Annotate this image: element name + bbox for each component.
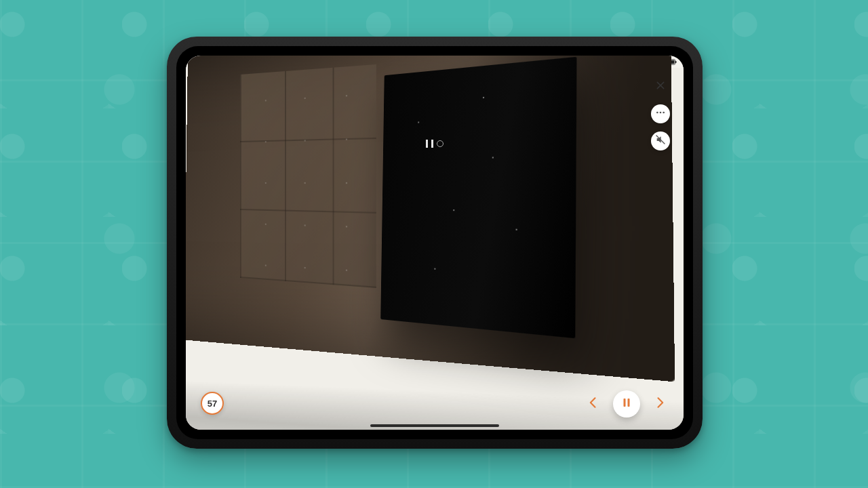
cabinet-carcass [186,56,675,382]
cabinet-interior [240,64,376,288]
status-time: 9:41 AM [193,58,216,65]
step-number: 57 [208,399,217,409]
status-date: Tue Oct 30 [220,58,250,65]
wifi-icon [633,58,641,66]
battery-icon [665,59,677,65]
chevron-left-icon [587,396,600,412]
more-button[interactable] [651,104,670,123]
assembly-3d-viewport[interactable] [186,68,593,420]
chevron-right-icon [653,396,667,412]
next-step-button[interactable] [650,394,670,414]
more-icon [655,107,666,121]
svg-rect-2 [665,60,674,64]
step-indicator[interactable]: 57 [201,392,224,415]
home-indicator[interactable] [370,424,499,427]
interaction-hint-icon [426,140,443,148]
sound-off-icon [655,134,666,148]
tablet-device-frame: 9:41 AM Tue Oct 30 100% [167,37,703,449]
svg-point-4 [656,112,658,114]
tablet-screen: 9:41 AM Tue Oct 30 100% [186,56,684,430]
mute-button[interactable] [651,131,670,150]
playback-controls [583,390,670,418]
prev-step-button[interactable] [583,394,604,414]
status-battery-pct: 100% [645,58,660,65]
hardware-pilot-holes [247,62,513,304]
pause-icon [620,396,633,411]
svg-point-6 [663,112,665,114]
close-button[interactable] [651,77,670,96]
close-icon [655,80,666,94]
svg-point-5 [660,112,662,114]
status-bar: 9:41 AM Tue Oct 30 100% [186,56,684,68]
cabinet-door-panel [380,57,576,338]
svg-point-0 [636,63,637,64]
svg-rect-3 [675,60,677,62]
viewer-top-actions [651,77,670,150]
svg-rect-8 [628,399,630,407]
tablet-bezel: 9:41 AM Tue Oct 30 100% [176,46,693,439]
pause-button[interactable] [613,390,640,418]
svg-rect-7 [624,399,626,407]
assembly-viewer-app: 57 [186,68,684,430]
